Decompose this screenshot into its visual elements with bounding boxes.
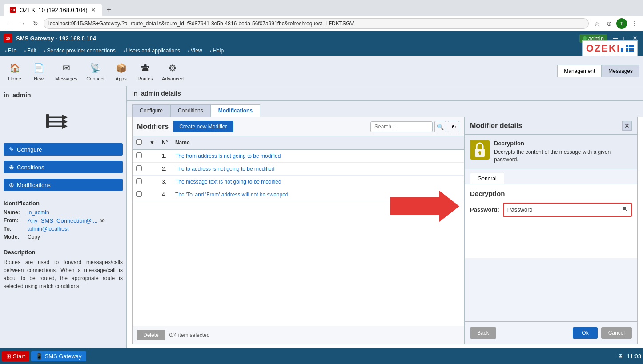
- table-row: 2. The to address is not going to be mod…: [133, 163, 464, 176]
- menu-help[interactable]: Help: [207, 47, 228, 55]
- row-num-0: 1.: [158, 149, 172, 163]
- toolbar-home-button[interactable]: 🏠 Home: [4, 59, 26, 83]
- mode-label: Mode:: [4, 234, 26, 240]
- start-label: Start: [13, 353, 25, 360]
- decryption-section-title: Decryption: [470, 190, 632, 197]
- details-header: Modifier details ✕: [465, 117, 637, 135]
- conditions-sidebar-button[interactable]: ⊕ Conditions: [4, 161, 123, 173]
- profile-button[interactable]: T: [616, 18, 627, 29]
- menu-view[interactable]: View: [185, 47, 206, 55]
- sms-gateway-taskbar-button[interactable]: 📱 SMS Gateway: [31, 351, 86, 361]
- to-field-row: To: admin@localhost: [4, 226, 123, 232]
- ok-button[interactable]: Ok: [573, 327, 597, 339]
- table-row: 1. The from address is not going to be m…: [133, 149, 464, 163]
- forward-nav-button[interactable]: →: [17, 18, 28, 29]
- details-info-area: Decryption Decrypts the content of the m…: [465, 135, 637, 169]
- col-sort[interactable]: ▼: [146, 136, 158, 149]
- app-favicon: 10: [4, 34, 12, 43]
- toolbar-right-area: Management Messages: [557, 65, 639, 77]
- sms-gateway-taskbar-label: SMS Gateway: [44, 353, 81, 360]
- row-name-2: The message text is not going to be modi…: [172, 176, 464, 188]
- configure-sidebar-button[interactable]: ✎ Configure: [4, 143, 123, 156]
- management-tab-button[interactable]: Management: [557, 65, 602, 77]
- tab-content-area: Modifiers Create new Modifier 🔍 ↻: [132, 117, 638, 344]
- toolbar-connect-button[interactable]: 📡 Connect: [83, 59, 108, 83]
- search-input[interactable]: [370, 121, 433, 132]
- home-label: Home: [8, 76, 21, 81]
- advanced-label: Advanced: [162, 76, 184, 81]
- name-value: in_admin: [28, 209, 49, 216]
- cancel-button[interactable]: Cancel: [601, 327, 632, 339]
- panel-header: in_admin details: [127, 86, 643, 101]
- reload-button[interactable]: ↻: [30, 18, 41, 29]
- eye-icon[interactable]: 👁: [100, 217, 105, 224]
- menu-users-apps[interactable]: Users and applications: [120, 47, 184, 55]
- app-title: SMS Gateway - 192.168.0.104: [16, 35, 579, 42]
- row-name-0: The from address is not going to be modi…: [172, 149, 464, 163]
- connect-label: Connect: [86, 76, 104, 81]
- search-button[interactable]: 🔍: [434, 121, 446, 132]
- route-icon: [45, 108, 81, 135]
- select-all-checkbox[interactable]: [136, 139, 142, 145]
- apps-icon: 📦: [114, 61, 128, 75]
- modifications-sidebar-button[interactable]: ⊕ Modifications: [4, 179, 123, 191]
- taskbar-right: 🖥 11:03: [617, 353, 641, 360]
- to-label: To:: [4, 226, 26, 232]
- row-checkbox-2[interactable]: [136, 178, 142, 184]
- menu-service-provider[interactable]: Service provider connections: [41, 47, 119, 55]
- main-content: in_admin ✎ Configure: [0, 86, 643, 348]
- description-text: Routes are used to forward messages/call…: [4, 258, 123, 290]
- toolbar-apps-button[interactable]: 📦 Apps: [110, 59, 132, 83]
- toolbar-routes-button[interactable]: 🛣 Routes: [134, 59, 157, 83]
- show-password-button[interactable]: 👁: [619, 204, 631, 216]
- menu-file[interactable]: File: [2, 47, 20, 55]
- back-button[interactable]: Back: [470, 327, 496, 339]
- browser-chrome: 10 OZEKI 10 (192.168.0.104) ✕ + ← → ↻ ☆ …: [0, 0, 643, 31]
- messages-icon: ✉: [59, 61, 73, 75]
- home-icon: 🏠: [8, 61, 22, 75]
- table-header-row: ▼ N° Name: [133, 136, 464, 149]
- details-close-button[interactable]: ✕: [622, 121, 632, 131]
- tab-modifications[interactable]: Modifications: [211, 104, 260, 117]
- app-titlebar: 10 SMS Gateway - 192.168.0.104 admin — □…: [0, 31, 643, 45]
- menubar: File Edit Service provider connections U…: [0, 45, 643, 56]
- configure-icon: ✎: [9, 146, 14, 153]
- modifiers-panel: Modifiers Create new Modifier 🔍 ↻: [133, 117, 464, 344]
- tab-conditions[interactable]: Conditions: [170, 104, 211, 117]
- row-checkbox-3[interactable]: [136, 191, 142, 197]
- from-label: From:: [4, 217, 26, 224]
- toolbar-messages-button[interactable]: ✉ Messages: [52, 59, 81, 83]
- toolbar-new-button[interactable]: 📄 New: [28, 59, 50, 83]
- new-tab-button[interactable]: +: [102, 4, 115, 16]
- back-nav-button[interactable]: ←: [4, 18, 14, 29]
- col-name: Name: [172, 136, 464, 149]
- row-checkbox-0[interactable]: [136, 152, 142, 158]
- routes-label: Routes: [137, 76, 153, 81]
- bookmark-icon[interactable]: ☆: [591, 18, 602, 29]
- password-field[interactable]: [504, 204, 619, 215]
- mode-field-row: Mode: Copy: [4, 234, 123, 240]
- toolbar-advanced-button[interactable]: ⚙ Advanced: [158, 59, 187, 83]
- menu-dots-icon[interactable]: ⋮: [629, 18, 639, 29]
- general-tab-button[interactable]: General: [470, 173, 504, 184]
- tab-configure[interactable]: Configure: [132, 104, 170, 117]
- configure-btn-label: Configure: [17, 146, 42, 153]
- row-checkbox-1[interactable]: [136, 165, 142, 171]
- messages-tab-button[interactable]: Messages: [602, 65, 639, 77]
- toolbar: 🏠 Home 📄 New ✉ Messages 📡 Connect 📦 Apps…: [0, 56, 643, 86]
- tab-close-btn[interactable]: ✕: [91, 6, 96, 13]
- description-title: Description: [4, 249, 123, 256]
- details-title: Modifier details: [470, 122, 522, 130]
- address-bar[interactable]: [44, 18, 589, 29]
- start-button[interactable]: ⊞ Start: [2, 351, 29, 361]
- menu-edit[interactable]: Edit: [21, 47, 40, 55]
- sms-gateway-taskbar-icon: 📱: [36, 353, 43, 360]
- browser-tab[interactable]: 10 OZEKI 10 (192.168.0.104) ✕: [4, 4, 102, 16]
- globe-icon[interactable]: ⊕: [604, 18, 615, 29]
- row-name-3: The 'To' and 'From' address will not be …: [172, 188, 464, 201]
- row-num-2: 3.: [158, 176, 172, 188]
- description-section: Description Routes are used to forward m…: [4, 249, 123, 290]
- create-modifier-button[interactable]: Create new Modifier: [173, 121, 233, 132]
- delete-button[interactable]: Delete: [137, 330, 165, 340]
- refresh-button[interactable]: ↻: [448, 121, 459, 132]
